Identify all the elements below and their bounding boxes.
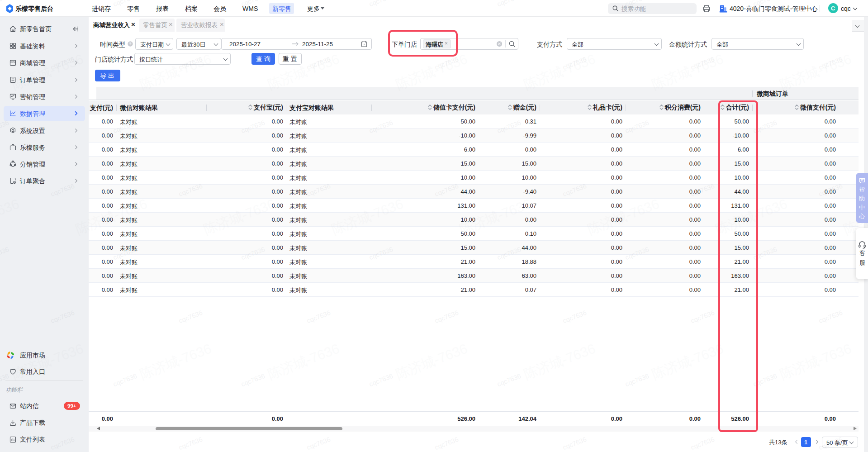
svg-text:?: ? (129, 42, 131, 46)
